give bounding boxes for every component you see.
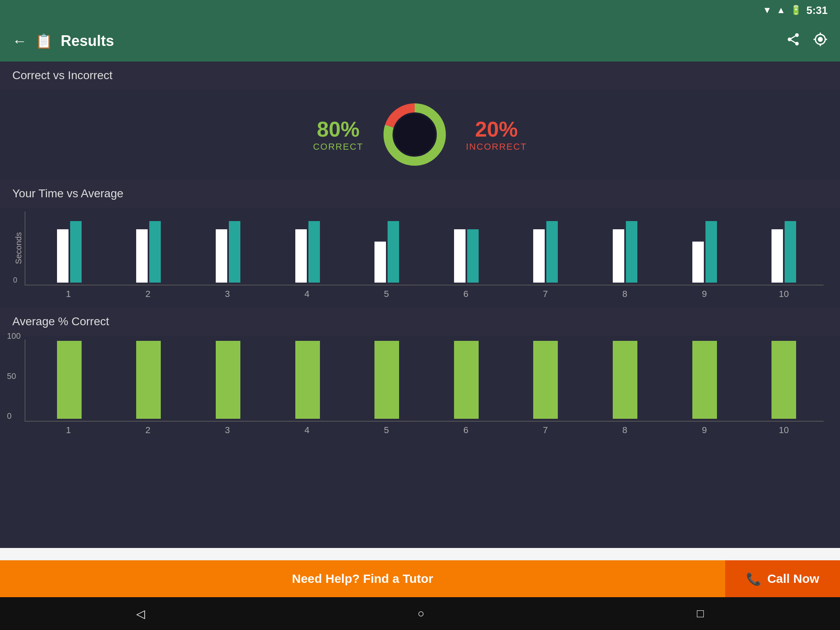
correct-percentage: 80%	[313, 117, 363, 142]
phone-icon: 📞	[746, 572, 761, 586]
avg-x-label-8: 8	[585, 425, 665, 436]
avg-bar-group-9	[665, 341, 744, 419]
signal-icon: ▲	[776, 5, 785, 16]
bar-group-1	[30, 221, 109, 283]
avg-bar-4	[295, 341, 320, 419]
section-header-time: Your Time vs Average	[0, 180, 840, 208]
avg-bar-3	[216, 341, 240, 419]
bar-teal-6	[467, 229, 479, 283]
bar-group-10	[744, 221, 824, 283]
avg-bar-chart: 100 50 0	[25, 340, 824, 422]
section-header-avg: Average % Correct	[0, 308, 840, 336]
bar-teal-3	[229, 221, 240, 283]
bar-white-2	[136, 229, 148, 283]
bar-group-7	[506, 221, 586, 283]
avg-bar-2	[136, 341, 161, 419]
avg-x-label-5: 5	[347, 425, 426, 436]
x-label-6: 6	[426, 289, 506, 299]
nav-back-button[interactable]: ◁	[136, 607, 145, 621]
y-tick-0-avg: 0	[7, 411, 11, 421]
avg-bar-group-6	[427, 341, 506, 419]
x-label-10: 10	[744, 289, 824, 299]
avg-bar-group-7	[506, 341, 586, 419]
bottom-cta: Need Help? Find a Tutor 📞 Call Now	[0, 560, 840, 597]
wifi-icon: ▼	[762, 5, 772, 16]
status-bar: ▼ ▲ 🔋 5:31	[0, 0, 840, 21]
y-axis-label-time: Seconds	[14, 232, 23, 264]
x-label-7: 7	[506, 289, 585, 299]
avg-x-axis: 1 2 3 4 5 6 7 8 9 10	[25, 425, 824, 436]
y-tick-0: 0	[13, 276, 17, 285]
status-time: 5:31	[806, 4, 828, 17]
bar-teal-7	[546, 221, 558, 283]
cta-main-text: Need Help? Find a Tutor	[292, 572, 433, 586]
incorrect-percentage: 20%	[466, 117, 527, 142]
incorrect-text: INCORRECT	[466, 142, 527, 152]
avg-bar-group-10	[744, 341, 824, 419]
android-nav-bar: ◁ ○ □	[0, 597, 840, 630]
y-tick-100: 100	[7, 331, 21, 341]
time-bar-chart: Seconds 0	[25, 212, 824, 285]
bar-teal-8	[626, 221, 637, 283]
avg-x-label-4: 4	[267, 425, 347, 436]
section-header-correct: Correct vs Incorrect	[0, 62, 840, 89]
time-chart-section: Seconds 0	[0, 208, 840, 308]
x-label-9: 9	[664, 289, 744, 299]
bar-teal-5	[388, 221, 399, 283]
bar-group-6	[427, 229, 506, 283]
top-bar-right	[786, 32, 828, 50]
bar-teal-2	[149, 221, 161, 283]
bar-white-4	[295, 229, 307, 283]
bar-white-6	[454, 229, 466, 283]
share-button[interactable]	[786, 32, 801, 50]
bar-white-5	[374, 242, 386, 283]
avg-bar-9	[692, 341, 717, 419]
white-separator	[0, 548, 840, 560]
main-content: Correct vs Incorrect 80% CORRECT 20%	[0, 62, 840, 548]
avg-x-label-7: 7	[506, 425, 585, 436]
bar-group-3	[188, 221, 268, 283]
avg-bar-1	[57, 341, 82, 419]
bar-teal-4	[308, 221, 320, 283]
avg-bar-group-4	[268, 341, 347, 419]
x-label-4: 4	[267, 289, 347, 299]
bar-teal-1	[70, 221, 82, 283]
avg-bar-7	[533, 341, 558, 419]
bar-white-3	[216, 229, 227, 283]
avg-bar-group-5	[347, 341, 427, 419]
avg-x-label-2: 2	[108, 425, 188, 436]
forward-button[interactable]	[813, 32, 828, 50]
x-label-5: 5	[347, 289, 426, 299]
bar-group-5	[347, 221, 427, 283]
page-title: Results	[61, 32, 114, 50]
x-label-2: 2	[108, 289, 188, 299]
avg-x-label-6: 6	[426, 425, 506, 436]
results-icon: 📋	[35, 33, 52, 49]
bar-white-8	[613, 229, 624, 283]
bar-white-1	[57, 229, 68, 283]
avg-bar-group-1	[30, 341, 109, 419]
call-now-button[interactable]: 📞 Call Now	[725, 560, 840, 597]
correct-label: 80% CORRECT	[313, 117, 363, 152]
bar-group-9	[665, 221, 744, 283]
avg-bar-8	[613, 341, 637, 419]
bar-teal-9	[705, 221, 717, 283]
bar-group-2	[109, 221, 189, 283]
avg-x-label-10: 10	[744, 425, 824, 436]
avg-x-label-1: 1	[29, 425, 108, 436]
call-now-text: Call Now	[767, 572, 819, 586]
avg-chart-section: 100 50 0	[0, 336, 840, 444]
bar-teal-10	[785, 221, 796, 283]
avg-x-label-9: 9	[664, 425, 744, 436]
cta-main: Need Help? Find a Tutor	[0, 560, 725, 597]
svg-point-3	[394, 114, 435, 155]
top-bar: ← 📋 Results	[0, 21, 840, 62]
bar-group-8	[585, 221, 665, 283]
nav-home-button[interactable]: ○	[418, 607, 425, 620]
nav-recent-button[interactable]: □	[697, 607, 704, 620]
top-bar-left: ← 📋 Results	[12, 32, 114, 50]
back-button[interactable]: ←	[12, 32, 27, 50]
battery-icon: 🔋	[790, 5, 801, 16]
donut-chart	[380, 100, 450, 169]
avg-bar-5	[374, 341, 399, 419]
